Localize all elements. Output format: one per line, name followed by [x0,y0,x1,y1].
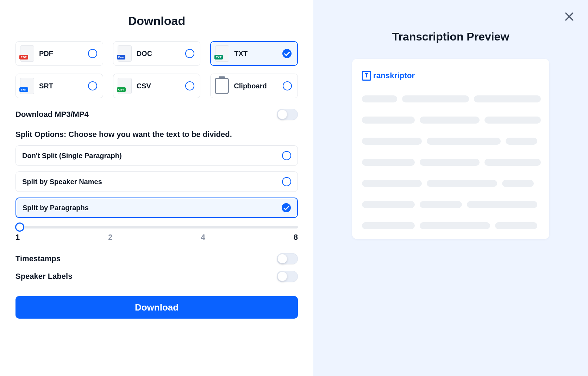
radio-indicator [185,81,194,90]
slider-tick: 2 [108,233,112,242]
preview-title: Transcription Preview [392,30,509,43]
radio-indicator [282,151,291,160]
preview-panel: Transcription Preview T ranskriptor [313,0,588,376]
timestamps-label: Timestamps [15,254,61,263]
split-option-label: Don't Split (Single Paragraph) [22,152,122,160]
radio-indicator [88,49,97,58]
split-option-by-speaker[interactable]: Split by Speaker Names [15,171,298,192]
speakerlabels-label: Speaker Labels [15,272,72,281]
csv-file-icon: CSV [118,78,132,94]
paragraph-slider: 1 2 4 8 [15,226,298,242]
split-option-label: Split by Paragraphs [23,204,89,212]
format-label: DOC [137,50,186,58]
mp3-toggle-label: Download MP3/MP4 [15,110,89,119]
mp3-toggle[interactable] [277,109,298,120]
radio-indicator [282,49,292,58]
brand-text: ranskriptor [373,71,415,80]
split-option-label: Split by Speaker Names [22,178,102,186]
radio-indicator [283,81,292,90]
timestamps-toggle[interactable] [277,253,298,264]
format-label: SRT [39,82,88,90]
pdf-file-icon: PDF [20,45,34,62]
format-label: Clipboard [234,82,283,90]
close-icon[interactable] [563,11,575,23]
speakerlabels-toggle-row: Speaker Labels [15,271,298,282]
transkriptor-logo: T ranskriptor [362,71,539,81]
download-title: Download [15,14,298,28]
download-panel: Download PDF PDF Doc DOC TXT TXT [0,0,313,376]
doc-file-icon: Doc [118,45,132,62]
slider-tick: 8 [294,233,298,242]
format-label: PDF [39,50,88,58]
radio-indicator [282,203,291,212]
format-option-clipboard[interactable]: Clipboard [210,74,298,98]
mp3-toggle-row: Download MP3/MP4 [15,109,298,120]
slider-ticks: 1 2 4 8 [15,233,298,242]
txt-file-icon: TXT [215,45,229,62]
slider-tick: 1 [15,233,20,242]
format-option-srt[interactable]: SRT SRT [15,74,103,98]
format-grid: PDF PDF Doc DOC TXT TXT SRT SRT [15,41,298,98]
radio-indicator [282,177,291,186]
split-options: Don't Split (Single Paragraph) Split by … [15,145,298,218]
preview-card: T ranskriptor [352,59,549,239]
preview-skeleton [362,95,539,229]
clipboard-icon [215,78,229,94]
logo-icon: T [362,71,371,81]
format-label: TXT [234,50,282,58]
slider-tick: 4 [201,233,205,242]
format-option-doc[interactable]: Doc DOC [113,41,201,66]
slider-track[interactable] [15,226,298,228]
format-option-txt[interactable]: TXT TXT [210,41,298,66]
split-option-dont-split[interactable]: Don't Split (Single Paragraph) [15,145,298,166]
format-label: CSV [137,82,186,90]
split-option-by-paragraphs[interactable]: Split by Paragraphs [15,198,298,218]
speakerlabels-toggle[interactable] [277,271,298,282]
srt-file-icon: SRT [20,78,34,94]
download-button[interactable]: Download [15,296,298,319]
format-option-csv[interactable]: CSV CSV [113,74,201,98]
radio-indicator [185,49,194,58]
radio-indicator [88,81,97,90]
format-option-pdf[interactable]: PDF PDF [15,41,103,66]
slider-thumb[interactable] [15,223,24,232]
timestamps-toggle-row: Timestamps [15,253,298,264]
split-options-label: Split Options: Choose how you want the t… [15,130,298,139]
